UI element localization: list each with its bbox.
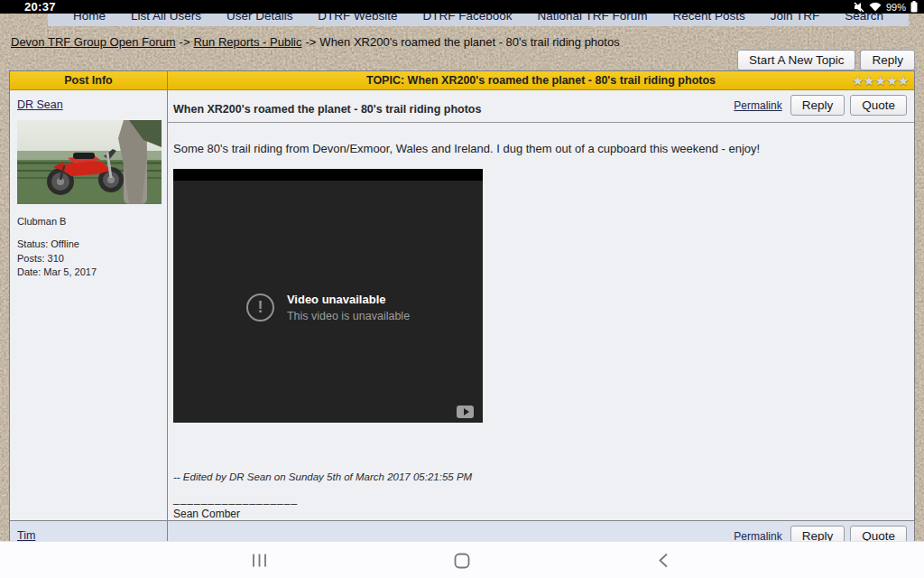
mute-icon bbox=[854, 2, 864, 13]
reply-button[interactable]: Reply bbox=[860, 50, 915, 70]
start-new-topic-button[interactable]: Start A New Topic bbox=[737, 50, 856, 70]
video-error-area: ! Video unavailable This video is unavai… bbox=[173, 181, 483, 423]
youtube-embed-player[interactable]: ! Video unavailable This video is unavai… bbox=[173, 169, 483, 423]
avatar-motorbike-photo bbox=[17, 120, 162, 204]
author-link-tim[interactable]: Tim bbox=[17, 529, 35, 542]
play-triangle-icon bbox=[464, 408, 469, 415]
topic-actions: Start A New Topic Reply bbox=[737, 50, 915, 70]
android-nav-bar bbox=[0, 541, 924, 578]
post-row-dr-sean: DR Sean bbox=[10, 90, 914, 520]
youtube-logo-icon[interactable] bbox=[457, 406, 474, 418]
breadcrumb-current-topic: When XR200's roamed the planet - 80's tr… bbox=[319, 35, 619, 49]
post-header-actions: Permalink Reply Quote bbox=[734, 95, 907, 116]
recent-apps-icon[interactable] bbox=[252, 553, 267, 568]
post-message-text: Some 80's trail riding from Devon/Exmoor… bbox=[173, 142, 907, 155]
post-body: Some 80's trail riding from Devon/Exmoor… bbox=[168, 123, 914, 520]
post-info-cell: DR Sean bbox=[10, 90, 168, 520]
home-icon[interactable] bbox=[454, 553, 470, 569]
post-header: When XR200's roamed the planet - 80's tr… bbox=[168, 90, 914, 123]
breadcrumb-separator: -> bbox=[301, 35, 319, 49]
post-quote-button[interactable]: Quote bbox=[850, 95, 907, 116]
video-unavailable-title: Video unavailable bbox=[287, 293, 410, 306]
permalink-link[interactable]: Permalink bbox=[734, 99, 781, 112]
error-exclamation-icon: ! bbox=[246, 294, 274, 322]
author-link-dr-sean[interactable]: DR Sean bbox=[17, 98, 63, 111]
breadcrumb-link-run-reports[interactable]: Run Reports - Public bbox=[193, 35, 301, 49]
thread-table: Post Info TOPIC: When XR200's roamed the… bbox=[9, 70, 915, 578]
topic-title-text: TOPIC: When XR200's roamed the planet - … bbox=[366, 74, 716, 87]
android-status-bar: 20:37 99% bbox=[0, 0, 924, 14]
author-status: Status: Offline bbox=[17, 238, 160, 252]
video-unavailable-message: ! Video unavailable This video is unavai… bbox=[246, 293, 410, 322]
post-content-cell: When XR200's roamed the planet - 80's tr… bbox=[168, 90, 914, 520]
breadcrumb-link-forum[interactable]: Devon TRF Group Open Forum bbox=[11, 35, 176, 49]
post-reply-button[interactable]: Reply bbox=[790, 95, 845, 116]
back-icon[interactable] bbox=[658, 553, 669, 568]
thread-table-header: Post Info TOPIC: When XR200's roamed the… bbox=[10, 71, 914, 90]
topic-rating-stars[interactable]: ★★★★★ bbox=[853, 74, 910, 88]
clock: 20:37 bbox=[24, 0, 56, 14]
edited-note: -- Edited by DR Sean on Sunday 5th of Ma… bbox=[173, 471, 907, 482]
battery-icon bbox=[910, 1, 918, 13]
breadcrumb: Devon TRF Group Open Forum->Run Reports … bbox=[11, 35, 620, 49]
author-meta: Status: Offline Posts: 310 Date: Mar 5, … bbox=[17, 238, 160, 280]
post-info-column-header: Post Info bbox=[10, 71, 168, 89]
status-icons: 99% bbox=[854, 0, 918, 14]
wifi-icon bbox=[869, 2, 882, 12]
author-post-count: Posts: 310 bbox=[17, 252, 160, 266]
topic-title-bar: TOPIC: When XR200's roamed the planet - … bbox=[168, 71, 914, 89]
author-rank: Clubman B bbox=[17, 216, 160, 227]
post-date: Date: Mar 5, 2017 bbox=[17, 266, 160, 280]
signature-divider: __________________ bbox=[173, 495, 907, 503]
video-letterbox-bar bbox=[173, 169, 483, 181]
signature-text: Sean Comber bbox=[173, 508, 907, 520]
post-title: When XR200's roamed the planet - 80's tr… bbox=[173, 96, 481, 116]
video-unavailable-subtitle: This video is unavailable bbox=[287, 310, 410, 322]
breadcrumb-separator: -> bbox=[176, 35, 194, 49]
battery-percent-label: 99% bbox=[886, 2, 906, 13]
